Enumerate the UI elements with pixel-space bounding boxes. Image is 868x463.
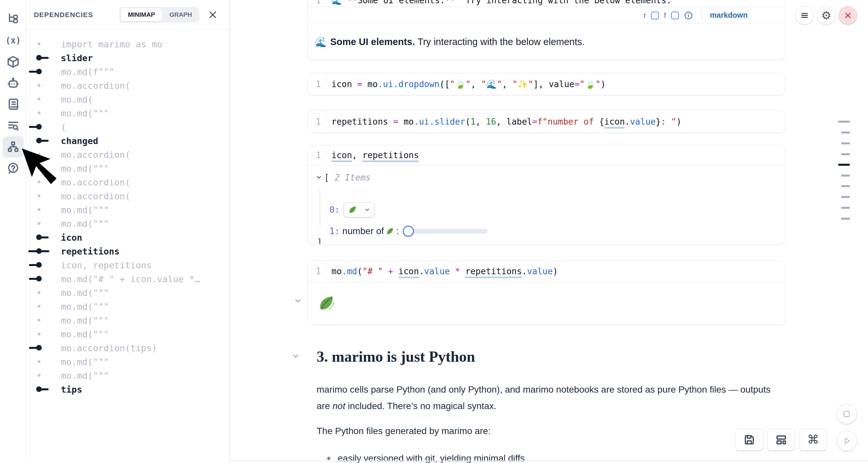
code-line-md[interactable]: mo.md("# " + icon.value * repetitions.va… xyxy=(326,266,558,276)
layout-button[interactable] xyxy=(767,429,795,451)
tracker-line[interactable] xyxy=(838,121,850,123)
minimap-row[interactable]: mo.md(f""" xyxy=(26,65,230,79)
file-explorer-icon[interactable] xyxy=(3,8,24,29)
play-icon xyxy=(842,436,852,446)
minimap-row[interactable]: mo.md(""" xyxy=(26,327,230,341)
collapse-section-icon[interactable] xyxy=(291,352,300,361)
layout-rows-icon xyxy=(775,433,787,446)
minimap-row[interactable]: icon, repetitions xyxy=(26,258,230,272)
minimap-row-label: icon xyxy=(61,233,82,243)
ai-assistant-icon[interactable] xyxy=(3,73,24,94)
line-number: 1 xyxy=(308,73,326,95)
minimap-row[interactable]: changed xyxy=(26,134,230,148)
close-panel-button[interactable] xyxy=(208,10,218,20)
fstring-toggle[interactable] xyxy=(671,11,679,20)
dependencies-icon[interactable] xyxy=(3,136,24,157)
minimap-row[interactable]: mo.accordion( xyxy=(26,79,230,92)
cell-md-editor[interactable]: 1 mo.md("# " + icon.value * repetitions.… xyxy=(308,260,784,282)
minimap-row[interactable]: mo.md(""" xyxy=(26,355,230,369)
minimap-row-label: slider xyxy=(61,53,93,63)
settings-button[interactable]: ⚙ xyxy=(817,6,835,25)
tree-guide-line xyxy=(319,187,320,226)
minimap-row[interactable]: mo.md( xyxy=(26,92,230,106)
tracker-line[interactable] xyxy=(841,196,850,198)
emphasis-text: not xyxy=(332,401,345,411)
leaf-emoji xyxy=(348,205,357,214)
reactive-toggle[interactable] xyxy=(651,11,659,20)
minimap-row[interactable]: mo.md(""" xyxy=(26,369,230,382)
save-button[interactable] xyxy=(736,429,763,451)
tree-collapse-icon[interactable] xyxy=(316,173,322,183)
cell-marker-out-icon xyxy=(26,134,61,148)
minimap-row[interactable]: mo.md(""" xyxy=(26,313,230,327)
code-line-slider[interactable]: repetitions = mo.ui.slider(1, 16, label=… xyxy=(326,117,682,127)
minimap-row-label: mo.accordion( xyxy=(61,177,130,187)
minimap-row[interactable]: tips xyxy=(26,382,230,396)
dropdown-widget[interactable] xyxy=(344,202,374,217)
minimap-row-label: icon, repetitions xyxy=(61,260,152,270)
shutdown-button[interactable] xyxy=(839,6,857,25)
slider-label: number of : xyxy=(342,226,399,237)
minimap-row-label: mo.md(f""" xyxy=(61,67,115,77)
cell-marker-dot-icon xyxy=(26,106,61,120)
notebook-menu-button[interactable] xyxy=(795,6,814,25)
tracker-line-active[interactable] xyxy=(838,164,850,166)
slider-track[interactable] xyxy=(407,229,488,234)
cell-tuple-output: [ 2 Items 0: 1: number of : xyxy=(308,165,784,244)
code-line-banner[interactable]: 🌊 **Some UI elements.** Try interacting … xyxy=(326,0,671,7)
section-paragraph-2: The Python files generated by marimo are… xyxy=(317,426,777,436)
minimap-row[interactable]: mo.accordion( xyxy=(26,189,230,203)
minimap-row[interactable]: icon xyxy=(26,230,230,244)
language-label[interactable]: markdown xyxy=(710,11,748,20)
keyboard-shortcuts-button[interactable]: ⌘ xyxy=(799,429,827,451)
cell-banner-editor[interactable]: 1 🌊 **Some UI elements.** Try interactin… xyxy=(308,0,784,7)
run-button[interactable] xyxy=(837,431,857,451)
tracker-line[interactable] xyxy=(841,185,850,187)
minimap-row[interactable]: ( xyxy=(26,120,230,134)
tracker-line[interactable] xyxy=(841,131,850,133)
packages-icon[interactable] xyxy=(3,51,24,72)
logs-icon[interactable] xyxy=(3,94,24,115)
tab-graph[interactable]: GRAPH xyxy=(162,8,199,21)
stop-button[interactable] xyxy=(836,404,857,424)
minimap-row[interactable]: mo.md(""" xyxy=(26,217,230,230)
cell-slider-editor[interactable]: 1 repetitions = mo.ui.slider(1, 16, labe… xyxy=(308,111,784,132)
minimap-row-label: mo.md(""" xyxy=(61,302,109,312)
info-icon[interactable] xyxy=(684,11,693,20)
tracker-line[interactable] xyxy=(841,175,850,177)
tracker-line[interactable] xyxy=(841,218,850,220)
stop-icon xyxy=(842,409,851,419)
minimap-row[interactable]: mo.md(""" xyxy=(26,300,230,313)
minimap-row[interactable]: mo.accordion(tips) xyxy=(26,341,230,355)
collapse-cell-md-icon[interactable] xyxy=(293,297,302,305)
minimap-row[interactable]: mo.md("# " + icon.value *… xyxy=(26,272,230,286)
minimap-row-label: mo.md(""" xyxy=(61,371,109,381)
minimap-row[interactable]: slider xyxy=(26,51,230,65)
minimap-row[interactable]: mo.md(""" xyxy=(26,106,230,120)
tab-minimap[interactable]: MINIMAP xyxy=(121,8,162,21)
tree-index-1: 1: xyxy=(330,226,340,236)
tracker-line[interactable] xyxy=(841,143,850,144)
slider-handle[interactable] xyxy=(403,225,414,237)
minimap-row[interactable]: mo.md(""" xyxy=(26,286,230,300)
minimap-row-label: mo.accordion( xyxy=(61,81,130,91)
wave-emoji: 🌊 xyxy=(315,36,327,48)
minimap-row[interactable]: import marimo as mo xyxy=(26,37,230,51)
cell-marker-dot-icon xyxy=(26,286,61,300)
minimap-row[interactable]: repetitions xyxy=(26,244,230,258)
variables-icon[interactable]: (x) xyxy=(3,30,24,51)
snippets-icon[interactable] xyxy=(3,115,24,136)
code-line-tuple[interactable]: icon, repetitions xyxy=(326,150,419,160)
banner-bold-text: Some UI elements. xyxy=(330,36,415,48)
cell-dropdown-editor[interactable]: 1 icon = mo.ui.dropdown(["🍃", "🌊", "✨"],… xyxy=(308,73,784,95)
code-line-dropdown[interactable]: icon = mo.ui.dropdown(["🍃", "🌊", "✨"], v… xyxy=(326,79,606,89)
cell-md-output xyxy=(308,282,784,325)
minimap-row-label: mo.md("# " + icon.value *… xyxy=(61,274,200,284)
cell-tuple-editor[interactable]: 1 icon, repetitions xyxy=(308,145,784,165)
tracker-line[interactable] xyxy=(841,207,850,209)
dependencies-panel: DEPENDENCIES MINIMAP GRAPH import marimo… xyxy=(26,0,230,463)
minimap-row[interactable]: mo.md(""" xyxy=(26,203,230,217)
view-mode-tabs: MINIMAP GRAPH xyxy=(119,7,199,23)
help-icon[interactable] xyxy=(3,158,24,179)
tracker-line[interactable] xyxy=(841,153,850,155)
